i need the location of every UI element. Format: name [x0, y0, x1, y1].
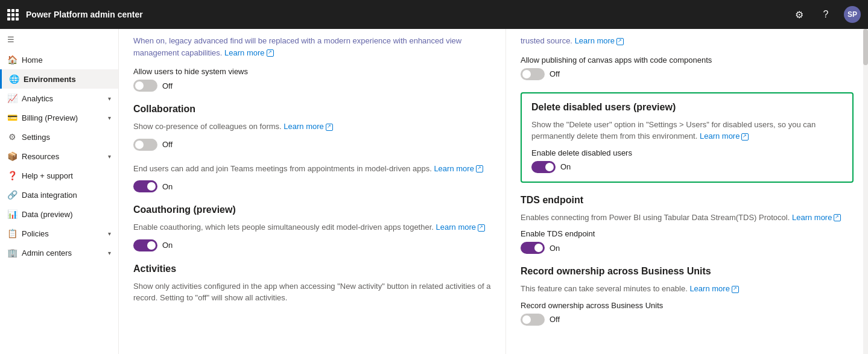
- sidebar: ☰ 🏠 Home 🌐 Environments 📈 Analytics ▾ 💳 …: [0, 29, 119, 354]
- sidebar-item-billing[interactable]: 💳 Billing (Preview) ▾: [0, 108, 118, 127]
- scrollbar-thumb[interactable]: [863, 29, 868, 65]
- record-learn-more-link[interactable]: Learn more: [689, 284, 738, 293]
- teams-toggle[interactable]: [133, 180, 157, 192]
- sidebar-item-label: Settings: [22, 133, 50, 142]
- coauthoring-toggle-row: On: [133, 239, 491, 251]
- data-integration-icon: 🔗: [7, 190, 17, 200]
- chevron-down-icon: ▾: [108, 115, 111, 121]
- delete-disabled-section-title: Delete disabled users (preview): [531, 102, 843, 113]
- sidebar-item-label: Analytics: [22, 94, 53, 103]
- allow-canvas-toggle-row: Off: [521, 68, 854, 80]
- teams-toggle-label: On: [162, 182, 173, 191]
- chevron-down-icon: ▾: [108, 95, 111, 102]
- record-toggle[interactable]: [521, 314, 545, 326]
- copresence-toggle-row: Off: [133, 139, 491, 151]
- toggle-knob: [135, 141, 144, 149]
- sidebar-item-environments[interactable]: 🌐 Environments: [0, 69, 118, 89]
- resources-icon: 📦: [7, 151, 17, 161]
- activities-desc: Show only activities configured in the a…: [133, 280, 491, 304]
- tds-desc: Enables connecting from Power BI using T…: [521, 212, 854, 224]
- coauthoring-toggle-label: On: [162, 241, 173, 250]
- avatar[interactable]: SP: [844, 6, 861, 23]
- home-icon: 🏠: [7, 55, 17, 65]
- scrollbar-track: [863, 29, 868, 354]
- right-top-info: trusted source. Learn more: [521, 29, 854, 55]
- sidebar-toggle[interactable]: ☰: [0, 29, 118, 50]
- tds-section-title: TDS endpoint: [521, 195, 854, 206]
- coauthoring-learn-more-link[interactable]: Learn more: [436, 223, 485, 232]
- delete-toggle-label: Enable delete disabled users: [531, 148, 843, 157]
- record-toggle-row: Off: [521, 314, 854, 326]
- delete-disabled-desc: Show the "Delete user" option in "Settin…: [531, 119, 843, 142]
- sidebar-item-home[interactable]: 🏠 Home: [0, 50, 118, 69]
- allow-hide-toggle[interactable]: [133, 80, 157, 92]
- teams-toggle-row: On: [133, 180, 491, 192]
- teams-desc: End users can add and join Teams meeting…: [133, 163, 491, 175]
- app-title: Power Platform admin center: [26, 10, 784, 19]
- main-layout: ☰ 🏠 Home 🌐 Environments 📈 Analytics ▾ 💳 …: [0, 29, 868, 354]
- allow-canvas-toggle-label: Off: [550, 69, 560, 78]
- allow-hide-label: Allow users to hide system views: [133, 67, 491, 76]
- billing-icon: 💳: [7, 113, 17, 122]
- toggle-knob: [545, 163, 554, 171]
- activities-block: Show only activities configured in the a…: [133, 280, 491, 304]
- allow-hide-toggle-row: Off: [133, 80, 491, 92]
- toggle-knob: [522, 315, 531, 324]
- teams-learn-more-link[interactable]: Learn more: [434, 164, 483, 173]
- top-info-bar: When on, legacy advanced find will be re…: [133, 29, 491, 67]
- coauthoring-desc: Enable coauthoring, which lets people si…: [133, 221, 491, 233]
- toggle-knob: [534, 244, 543, 252]
- sidebar-item-resources[interactable]: 📦 Resources ▾: [0, 147, 118, 166]
- environments-icon: 🌐: [9, 74, 19, 84]
- tds-toggle-row: On: [521, 242, 854, 254]
- policies-icon: 📋: [7, 229, 17, 238]
- sidebar-item-analytics[interactable]: 📈 Analytics ▾: [0, 89, 118, 108]
- toggle-knob: [522, 70, 531, 78]
- delete-disabled-highlighted-block: Delete disabled users (preview) Show the…: [521, 92, 854, 183]
- sidebar-item-label: Home: [22, 55, 43, 65]
- sidebar-item-label: Data (preview): [22, 210, 73, 219]
- activities-section-title: Activities: [133, 264, 491, 274]
- sidebar-item-data-integration[interactable]: 🔗 Data integration: [0, 185, 118, 204]
- left-settings-panel: When on, legacy advanced find will be re…: [119, 29, 506, 354]
- allow-canvas-label: Allow publishing of canvas apps with cod…: [521, 55, 854, 65]
- sidebar-item-admin-centers[interactable]: 🏢 Admin centers ▾: [0, 243, 118, 262]
- settings-icon[interactable]: ⚙: [791, 6, 808, 23]
- data-preview-icon: 📊: [7, 209, 17, 219]
- delete-disabled-learn-more-link[interactable]: Learn more: [700, 131, 749, 141]
- copresence-learn-more-link[interactable]: Learn more: [284, 122, 332, 131]
- allow-canvas-toggle[interactable]: [521, 68, 545, 80]
- record-toggle-state-label: Off: [550, 315, 560, 324]
- sidebar-item-policies[interactable]: 📋 Policies ▾: [0, 224, 118, 243]
- content-area: When on, legacy advanced find will be re…: [119, 29, 868, 354]
- toggle-knob: [147, 182, 156, 191]
- app-launcher-icon[interactable]: [7, 9, 19, 21]
- right-top-info-text: trusted source. Learn more: [521, 35, 854, 47]
- help-support-icon: ❓: [7, 171, 17, 180]
- sidebar-item-settings[interactable]: ⚙ Settings: [0, 127, 118, 147]
- record-desc: This feature can take several minutes to…: [521, 283, 854, 295]
- sidebar-item-help-support[interactable]: ❓ Help + support: [0, 166, 118, 185]
- help-icon[interactable]: ?: [817, 6, 834, 23]
- record-section-title: Record ownership across Business Units: [521, 266, 854, 277]
- copresence-toggle[interactable]: [133, 139, 157, 151]
- top-bar-icons: ⚙ ? SP: [791, 6, 861, 23]
- right-top-learn-more-link[interactable]: Learn more: [575, 36, 624, 45]
- admin-centers-icon: 🏢: [7, 248, 17, 258]
- copresence-toggle-label: Off: [162, 140, 173, 149]
- toggle-knob: [135, 81, 144, 90]
- delete-toggle-state-label: On: [560, 162, 571, 171]
- tds-toggle-label: Enable TDS endpoint: [521, 229, 854, 238]
- delete-disabled-toggle[interactable]: [531, 161, 556, 173]
- top-learn-more-link[interactable]: Learn more: [224, 48, 273, 57]
- tds-toggle[interactable]: [521, 242, 545, 254]
- tds-learn-more-link[interactable]: Learn more: [792, 213, 841, 222]
- coauthoring-toggle[interactable]: [133, 239, 157, 251]
- sidebar-item-label: Data integration: [22, 191, 77, 200]
- tds-toggle-state-label: On: [550, 244, 560, 253]
- allow-hide-toggle-label: Off: [162, 81, 173, 90]
- record-toggle-label: Record ownership across Business Units: [521, 301, 854, 310]
- sidebar-item-label: Resources: [22, 152, 59, 161]
- sidebar-item-data-preview[interactable]: 📊 Data (preview): [0, 204, 118, 224]
- sidebar-item-label: Environments: [24, 75, 76, 84]
